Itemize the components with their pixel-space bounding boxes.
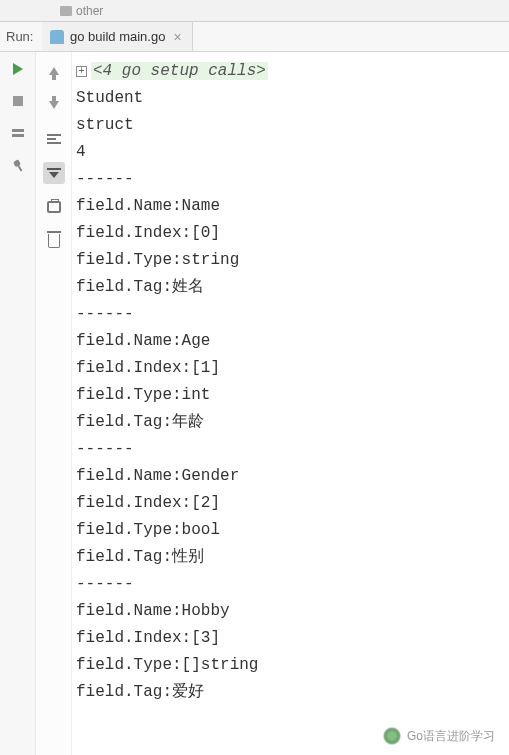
watermark-logo-icon <box>383 727 401 745</box>
watermark-text: Go语言进阶学习 <box>407 728 495 745</box>
run-tool-body: +<4 go setup calls> Student struct 4 ---… <box>0 52 509 755</box>
run-tool-header: Run: go build main.go × <box>0 22 509 52</box>
stop-button[interactable] <box>9 92 27 110</box>
run-config-tab[interactable]: go build main.go × <box>42 22 193 51</box>
go-file-icon <box>50 30 64 44</box>
output-line: field.Tag:姓名 <box>76 274 505 301</box>
output-line: field.Index:[2] <box>76 490 505 517</box>
play-icon <box>13 63 23 75</box>
stop-icon <box>13 96 23 106</box>
scroll-end-icon <box>47 168 61 178</box>
output-line: field.Type:[]string <box>76 652 505 679</box>
setup-calls-line: +<4 go setup calls> <box>76 58 505 85</box>
console-output[interactable]: +<4 go setup calls> Student struct 4 ---… <box>72 52 509 755</box>
project-breadcrumb-bar: other <box>0 0 509 22</box>
output-line: field.Tag:性别 <box>76 544 505 571</box>
layout-button[interactable] <box>9 124 27 142</box>
output-line: field.Name:Gender <box>76 463 505 490</box>
tab-label: go build main.go <box>70 29 165 44</box>
output-line: field.Name:Hobby <box>76 598 505 625</box>
output-line: 4 <box>76 139 505 166</box>
clear-all-button[interactable] <box>43 230 65 252</box>
output-line: struct <box>76 112 505 139</box>
output-line: ------ <box>76 436 505 463</box>
up-stack-button[interactable] <box>43 60 65 82</box>
output-line: field.Tag:年龄 <box>76 409 505 436</box>
watermark: Go语言进阶学习 <box>383 727 495 745</box>
output-line: field.Type:string <box>76 247 505 274</box>
print-icon <box>47 201 61 213</box>
arrow-down-icon <box>49 101 59 109</box>
print-button[interactable] <box>43 196 65 218</box>
output-line: field.Type:int <box>76 382 505 409</box>
down-stack-button[interactable] <box>43 94 65 116</box>
breadcrumb-label: other <box>76 4 103 18</box>
soft-wrap-button[interactable] <box>43 128 65 150</box>
arrow-up-icon <box>49 67 59 75</box>
breadcrumb-item[interactable]: other <box>60 4 103 18</box>
scroll-to-end-button[interactable] <box>43 162 65 184</box>
output-toolbar <box>36 52 72 755</box>
folder-icon <box>60 6 72 16</box>
output-line: field.Index:[3] <box>76 625 505 652</box>
output-line: field.Index:[0] <box>76 220 505 247</box>
pin-button[interactable] <box>9 156 27 174</box>
fold-expand-icon[interactable]: + <box>76 66 87 77</box>
rerun-button[interactable] <box>9 60 27 78</box>
run-actions-gutter <box>0 52 36 755</box>
output-line: field.Index:[1] <box>76 355 505 382</box>
output-line: field.Type:bool <box>76 517 505 544</box>
output-line: Student <box>76 85 505 112</box>
wrap-icon <box>47 134 61 144</box>
output-line: field.Name:Age <box>76 328 505 355</box>
layout-icon <box>12 129 24 137</box>
pin-icon <box>8 155 27 174</box>
close-icon[interactable]: × <box>171 29 183 45</box>
trash-icon <box>48 234 60 248</box>
output-line: ------ <box>76 301 505 328</box>
output-line: ------ <box>76 166 505 193</box>
setup-calls-text: <4 go setup calls> <box>91 62 268 80</box>
output-line: ------ <box>76 571 505 598</box>
run-label: Run: <box>0 22 42 51</box>
output-line: field.Name:Name <box>76 193 505 220</box>
output-line: field.Tag:爱好 <box>76 679 505 706</box>
